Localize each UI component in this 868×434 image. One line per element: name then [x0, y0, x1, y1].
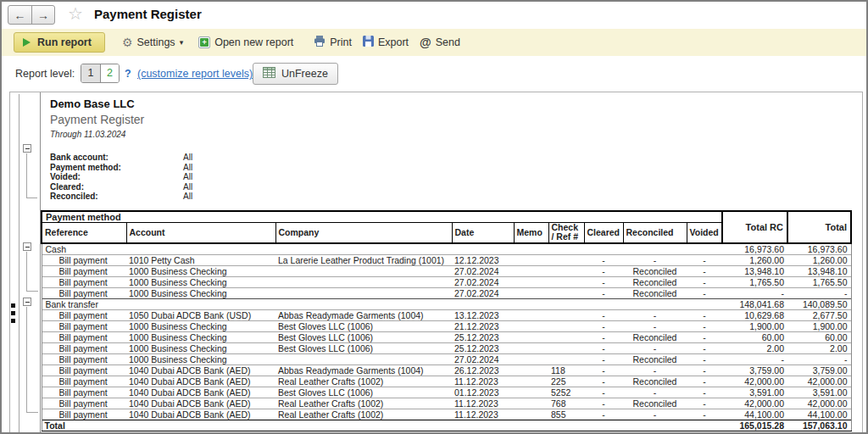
- print-button[interactable]: Print: [314, 36, 352, 49]
- drag-handle-icon[interactable]: [11, 311, 15, 315]
- table-row[interactable]: Bill payment1010 Petty CashLa Larerie Le…: [42, 254, 851, 265]
- open-new-report-button[interactable]: + Open new report: [198, 36, 293, 48]
- cell-voided: -: [687, 309, 722, 320]
- filter-label: Voided:: [50, 172, 183, 181]
- table-row[interactable]: Bill payment1000 Business CheckingBest G…: [42, 331, 851, 342]
- table-row[interactable]: Bill payment1000 Business CheckingBest G…: [42, 342, 851, 353]
- outline-connector: [26, 291, 38, 292]
- cell-check_ref: [548, 254, 584, 265]
- cell-total_rc: 42,000.00: [722, 398, 787, 409]
- table-row[interactable]: Bill payment1040 Dubai ADCB Bank (AED)Re…: [42, 376, 851, 387]
- collapse-bank-transfer-group-icon[interactable]: [23, 298, 31, 306]
- cell-memo: [514, 265, 548, 276]
- report-level-switch: 1 2: [81, 64, 120, 83]
- back-button[interactable]: ←: [8, 6, 31, 24]
- report-filters: Bank account:AllPayment method:AllVoided…: [50, 153, 192, 202]
- table-row[interactable]: Bill payment1000 Business Checking27.02.…: [42, 353, 851, 364]
- column-header-date: Date: [452, 223, 514, 243]
- cell-total_rc: 3,759.00: [722, 364, 787, 376]
- cell-company: Best Gloves LLC (1006): [275, 320, 452, 331]
- cell-reference: Bill payment: [42, 409, 126, 420]
- filter-label: Reconciled:: [50, 192, 183, 201]
- cell-date: 12.12.2023: [452, 254, 514, 265]
- run-report-button[interactable]: Run report: [14, 32, 105, 53]
- cell-reconciled: Reconciled: [623, 353, 687, 364]
- drag-handle-icon[interactable]: [11, 319, 15, 323]
- settings-label: Settings: [136, 36, 175, 48]
- send-label: Send: [436, 36, 460, 48]
- cell-voided: -: [687, 387, 722, 398]
- filter-row: Payment method:All: [50, 163, 192, 173]
- cell-account: 1000 Business Checking: [126, 353, 275, 364]
- cell-date: 27.02.2024: [452, 276, 514, 287]
- filter-row: Cleared:All: [50, 182, 192, 192]
- group-name: Cash: [42, 243, 722, 255]
- group-name: Bank transfer: [42, 298, 722, 309]
- table-row[interactable]: Bill payment1000 Business Checking27.02.…: [42, 287, 851, 298]
- company-name: Demo Base LLC: [50, 97, 144, 110]
- column-header-check_ref: Check / Ref #: [548, 223, 584, 243]
- table-row[interactable]: Bill payment1040 Dubai ADCB Bank (AED)Re…: [42, 409, 851, 420]
- collapse-header-section-icon[interactable]: [23, 144, 31, 153]
- table-row[interactable]: Bill payment1040 Dubai ADCB Bank (AED)Be…: [42, 387, 851, 398]
- level-1-button[interactable]: 1: [81, 64, 100, 82]
- grid-icon: [263, 67, 275, 81]
- cell-memo: [514, 276, 548, 287]
- cell-memo: [514, 309, 548, 320]
- drag-handle-icon[interactable]: [11, 303, 15, 308]
- cell-total: 42,000.00: [787, 376, 851, 387]
- cell-reference: Bill payment: [42, 287, 126, 298]
- table-row[interactable]: Bill payment1000 Business Checking27.02.…: [42, 276, 851, 287]
- customize-report-levels-link[interactable]: (customize report levels): [137, 68, 253, 80]
- table-row[interactable]: Bill payment1000 Business CheckingBest G…: [42, 320, 851, 331]
- filter-value: All: [183, 163, 192, 172]
- favorite-star-icon[interactable]: ☆: [68, 3, 83, 24]
- send-button[interactable]: @ Send: [420, 36, 460, 49]
- cell-voided: -: [687, 364, 722, 376]
- cell-company: Real Leather Crafts (1002): [275, 398, 452, 409]
- cell-reconciled: -: [623, 387, 687, 398]
- cell-cleared: -: [584, 364, 623, 376]
- cell-reconciled: Reconciled: [623, 287, 687, 298]
- table-row[interactable]: Bill payment1040 Dubai ADCB Bank (AED)Re…: [42, 398, 851, 409]
- group-total-rc: 148,041.68: [722, 298, 787, 309]
- table-row[interactable]: Bill payment1050 Dubai ADCB Bank (USD)Ab…: [42, 309, 851, 320]
- cell-reconciled: -: [623, 364, 687, 376]
- level-2-button[interactable]: 2: [100, 64, 119, 82]
- cell-cleared: -: [584, 331, 623, 342]
- cell-memo: [514, 376, 548, 387]
- unfreeze-button[interactable]: UnFreeze: [253, 63, 338, 85]
- cell-date: 11.12.2023: [452, 398, 514, 409]
- group-row[interactable]: Bank transfer148,041.68140,089.50: [42, 298, 851, 309]
- cell-total_rc: -: [722, 287, 787, 298]
- cell-reference: Bill payment: [42, 265, 126, 276]
- gear-icon: [122, 36, 133, 48]
- cell-reference: Bill payment: [42, 364, 126, 376]
- group-row[interactable]: Cash16,973.6016,973.60: [42, 243, 851, 255]
- table-row[interactable]: Bill payment1040 Dubai ADCB Bank (AED)Ab…: [42, 364, 851, 376]
- column-header-company: Company: [275, 223, 452, 243]
- group-total: 140,089.50: [787, 298, 851, 309]
- cell-company: Abbas Readymade Garments (1004): [275, 309, 452, 320]
- cell-total_rc: 3,591.00: [722, 387, 787, 398]
- export-button[interactable]: Export: [363, 36, 409, 49]
- collapse-cash-group-icon[interactable]: [23, 242, 31, 251]
- cell-reference: Bill payment: [42, 353, 126, 364]
- cell-company: Abbas Readymade Garments (1004): [275, 364, 452, 376]
- group-total: 16,973.60: [787, 243, 851, 255]
- settings-button[interactable]: Settings: [122, 36, 183, 48]
- report-canvas: Demo Base LLC Payment Register Through 1…: [9, 92, 863, 434]
- play-icon: [23, 38, 31, 47]
- cell-check_ref: [548, 342, 584, 353]
- table-row[interactable]: Bill payment1000 Business Checking27.02.…: [42, 265, 851, 276]
- outline-connector: [26, 198, 37, 198]
- cell-company: [275, 287, 452, 298]
- app-window: ← → ☆ Payment Register Run report Settin…: [0, 0, 868, 434]
- help-icon[interactable]: ?: [125, 68, 131, 80]
- report-level-bar: Report level: 1 2 ? (customize report le…: [2, 56, 866, 92]
- cell-reconciled: -: [623, 309, 687, 320]
- cell-reconciled: -: [623, 342, 687, 353]
- cell-voided: -: [687, 331, 722, 342]
- forward-button[interactable]: →: [31, 6, 54, 24]
- cell-account: 1040 Dubai ADCB Bank (AED): [126, 376, 275, 387]
